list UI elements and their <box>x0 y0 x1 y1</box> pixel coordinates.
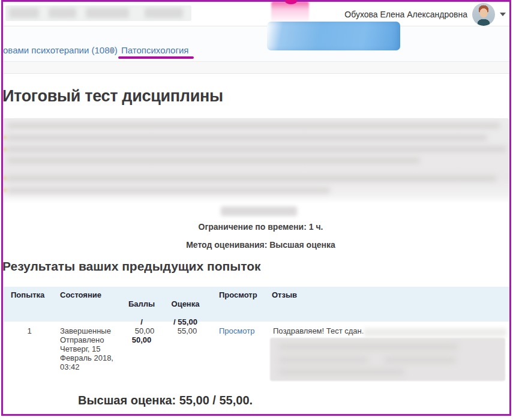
user-name: Обухова Елена Александровна <box>344 10 467 19</box>
review-link[interactable]: Просмотр <box>219 326 254 335</box>
bullet-dot <box>3 188 7 192</box>
state-line: Четверг, 15 <box>60 344 127 353</box>
cell-marks: 50,00 <box>127 326 163 335</box>
feedback-redaction-block <box>270 338 505 381</box>
cell-feedback: Поздравляем! Тест сдан. <box>273 326 364 335</box>
bullet-dot <box>3 148 7 151</box>
description-redaction-block <box>3 118 509 203</box>
breadcrumb: овами психотерапии (1080) Патопсихология <box>3 27 509 61</box>
col-header-grade-max: / 55,00 <box>173 317 197 326</box>
redaction-line <box>278 369 404 375</box>
redaction-line <box>278 357 368 363</box>
breadcrumb-highlight-underline <box>118 56 194 59</box>
state-line: 03:42 <box>60 362 127 371</box>
redaction-line <box>7 188 330 193</box>
col-header-marks-max: 50,00 <box>132 335 152 344</box>
blue-redaction-block <box>267 22 400 50</box>
state-line: Завершенные <box>60 326 127 335</box>
attempts-table-header: Попытка Состояние Баллы / 50,00 Оценка /… <box>4 287 509 322</box>
time-limit-text: Ограничение по времени: 1 ч. <box>10 222 511 232</box>
topbar: Обухова Елена Александровна <box>3 2 509 26</box>
page-title: Итоговый тест дисциплины <box>2 87 223 106</box>
redaction-line <box>384 357 456 363</box>
redaction-line <box>7 123 500 128</box>
state-line: Февраль 2018, <box>60 353 127 362</box>
redaction-line <box>7 146 506 152</box>
redaction-block <box>145 8 183 18</box>
cell-state: Завершенные Отправлено Четверг, 15 Февра… <box>60 326 127 371</box>
col-header-attempt: Попытка <box>11 290 44 299</box>
cell-grade: 55,00 <box>169 326 205 335</box>
redaction-line <box>7 158 420 163</box>
avatar <box>472 3 495 26</box>
redaction-line <box>7 135 487 140</box>
feedback-redaction-strip <box>364 328 506 337</box>
bullet-dot <box>3 136 7 139</box>
redaction-block <box>9 8 39 18</box>
redaction-block <box>49 8 76 18</box>
grading-method-text: Метод оценивания: Высшая оценка <box>10 240 511 250</box>
results-heading: Результаты ваших предыдущих попыток <box>2 259 260 274</box>
col-header-marks-sep: / <box>140 317 143 326</box>
breadcrumb-separator-icon <box>110 47 115 53</box>
attempts-allowed-redaction <box>221 206 297 216</box>
col-header-grade: Оценка / 55,00 <box>161 290 209 326</box>
col-header-grade-label: Оценка <box>172 299 200 308</box>
bullet-dot <box>3 176 7 180</box>
col-header-feedback: Отзыв <box>272 290 297 299</box>
state-line: Отправлено <box>60 335 127 344</box>
redaction-line <box>278 344 458 350</box>
col-header-marks-label: Баллы <box>128 299 155 308</box>
final-grade-text: Высшая оценка: 55,00 / 55,00. <box>78 394 253 407</box>
main-content: Итоговый тест дисциплины Ограничение по … <box>3 74 509 413</box>
pink-redaction-block <box>271 1 309 23</box>
breadcrumb-link-course[interactable]: овами психотерапии (1080) <box>3 45 118 55</box>
breadcrumb-link-current[interactable]: Патопсихология <box>121 45 188 55</box>
redaction-line <box>7 176 496 181</box>
col-header-state: Состояние <box>60 290 101 299</box>
redaction-block <box>86 8 129 18</box>
chevron-down-icon <box>500 13 506 16</box>
col-header-review: Просмотр <box>219 290 257 299</box>
divider-band <box>3 61 509 74</box>
cell-attempt-number: 1 <box>11 326 47 335</box>
nav-redaction-block <box>5 5 191 21</box>
